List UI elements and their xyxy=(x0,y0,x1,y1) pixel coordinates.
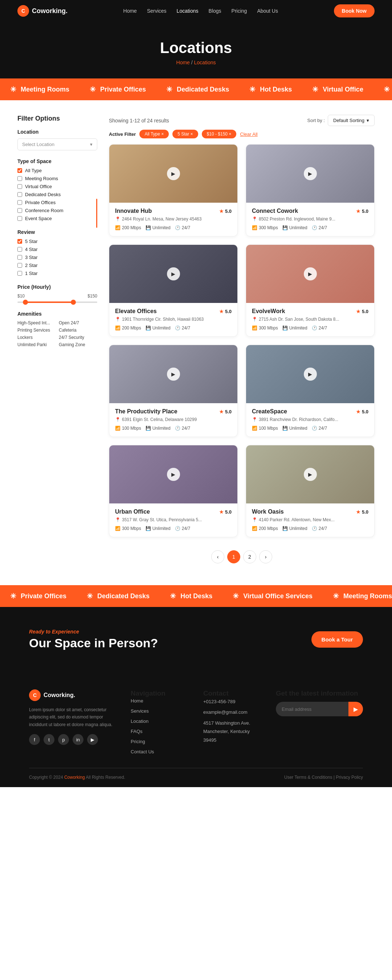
star-icon: ★ xyxy=(356,509,360,515)
footer-nav-contact[interactable]: Contact Us xyxy=(131,749,154,754)
type-dedicated[interactable]: Dedicated Desks xyxy=(17,192,97,197)
storage-icon: 💾 xyxy=(282,426,288,431)
card-rating-4: ★ 5.0 xyxy=(356,309,368,314)
nav-locations[interactable]: Locations xyxy=(177,8,198,14)
footer-email-row: ▶ xyxy=(276,702,363,716)
card-rating-3: ★ 5.0 xyxy=(219,309,232,314)
twitter-icon[interactable]: t xyxy=(44,734,54,745)
type-event[interactable]: Event Space xyxy=(17,216,97,221)
review-2star-checkbox[interactable] xyxy=(17,263,22,268)
nav-about[interactable]: About Us xyxy=(257,8,278,14)
type-conference[interactable]: Conference Room xyxy=(17,208,97,213)
footer-nav-home[interactable]: Home xyxy=(131,698,143,703)
play-button-8[interactable]: ▶ xyxy=(304,468,317,481)
breadcrumb-current[interactable]: Locations xyxy=(194,60,216,65)
play-button-4[interactable]: ▶ xyxy=(304,267,317,280)
footer-brand-name: Coworking. xyxy=(44,692,75,698)
footer-legal-links[interactable]: User Terms & Conditions | Privacy Policy xyxy=(284,775,363,780)
listing-card-8: ▶ Work Oasis ★ 5.0 📍 4140 Parker Rd. All… xyxy=(246,445,375,537)
card-features-6: 📶 100 Mbps 💾 Unlimited 🕐 24/7 xyxy=(252,426,368,431)
type-all[interactable]: All Type xyxy=(17,168,97,173)
pinterest-icon[interactable]: p xyxy=(58,734,69,745)
facebook-icon[interactable]: f xyxy=(29,734,40,745)
play-button-2[interactable]: ▶ xyxy=(304,167,317,180)
nav-pricing[interactable]: Pricing xyxy=(232,8,247,14)
feature-hours: 🕐 24/7 xyxy=(175,325,190,331)
filter-tag-price[interactable]: $10 - $150 × xyxy=(202,130,236,138)
play-button-5[interactable]: ▶ xyxy=(167,368,180,381)
review-4star-checkbox[interactable] xyxy=(17,247,22,252)
footer-nav-pricing[interactable]: Pricing xyxy=(131,739,145,744)
sidebar: Filter Options Location Select Location … xyxy=(17,115,97,571)
pagination-page-1[interactable]: 1 xyxy=(227,550,240,563)
footer-grid: C Coworking. Lorem ipsum dolor sit amet,… xyxy=(29,689,363,768)
feature-hours: 🕐 24/7 xyxy=(312,426,327,431)
play-button-7[interactable]: ▶ xyxy=(167,468,180,481)
type-private[interactable]: Private Offices xyxy=(17,200,97,205)
newsletter-email-input[interactable] xyxy=(276,702,348,716)
content-area: Showing 1-12 of 24 results Sort by : Def… xyxy=(109,115,375,571)
footer-nav-services[interactable]: Services xyxy=(131,708,149,714)
card-title-6: CreateSpace xyxy=(252,408,287,415)
newsletter-submit-button[interactable]: ▶ xyxy=(348,702,363,716)
card-rating-7: ★ 5.0 xyxy=(219,509,232,515)
youtube-icon[interactable]: ▶ xyxy=(87,734,98,745)
slider-thumb-right[interactable] xyxy=(71,300,76,305)
copyright-text: Copyright © 2024 Coworking All Rights Re… xyxy=(29,775,125,780)
pagination-prev[interactable]: ‹ xyxy=(211,550,224,563)
type-event-checkbox[interactable] xyxy=(17,216,22,221)
play-button-6[interactable]: ▶ xyxy=(304,368,317,381)
review-5star[interactable]: 5 Star xyxy=(17,239,97,244)
amenity-item: High-Speed Int... xyxy=(17,320,56,325)
nav-home[interactable]: Home xyxy=(124,8,137,14)
clear-all-button[interactable]: Clear All xyxy=(240,132,257,137)
type-label: Type of Space xyxy=(17,158,97,164)
card-title-5: The Productivity Place xyxy=(115,408,178,415)
breadcrumb-home[interactable]: Home xyxy=(176,60,190,65)
review-5star-checkbox[interactable] xyxy=(17,239,22,244)
review-4star[interactable]: 4 Star xyxy=(17,247,97,252)
card-rating-8: ★ 5.0 xyxy=(356,509,368,515)
type-conference-checkbox[interactable] xyxy=(17,208,22,213)
listing-card-1: ▶ Innovate Hub ★ 5.0 📍 2464 Royal Ln. Me… xyxy=(109,144,238,237)
logo[interactable]: C Coworking. xyxy=(17,5,68,17)
pagination-page-2[interactable]: 2 xyxy=(243,550,256,563)
type-virtual[interactable]: Virtual Office xyxy=(17,184,97,189)
type-all-checkbox[interactable] xyxy=(17,168,22,173)
nav-blogs[interactable]: Blogs xyxy=(209,8,221,14)
slider-thumb-left[interactable] xyxy=(23,300,28,305)
nav-services[interactable]: Services xyxy=(147,8,167,14)
filter-tag-type[interactable]: All Type × xyxy=(140,130,169,138)
play-button-1[interactable]: ▶ xyxy=(167,167,180,180)
type-virtual-checkbox[interactable] xyxy=(17,184,22,189)
book-now-button[interactable]: Book Now xyxy=(334,4,375,18)
ticker-item: ✳ Meeting Rooms xyxy=(323,592,392,600)
type-dedicated-checkbox[interactable] xyxy=(17,192,22,197)
pagination-next[interactable]: › xyxy=(259,550,272,563)
sort-select[interactable]: Default Sorting ▾ xyxy=(328,115,375,126)
footer-nav-faqs[interactable]: FAQs xyxy=(131,729,143,734)
clock-icon: 🕐 xyxy=(312,325,317,331)
price-max: $150 xyxy=(87,293,97,299)
star-icon: ★ xyxy=(219,208,224,214)
footer-email: example@gmail.com xyxy=(203,708,261,716)
review-3star-checkbox[interactable] xyxy=(17,255,22,260)
filter-tag-review[interactable]: 5 Star × xyxy=(172,130,198,138)
footer-nav-location[interactable]: Location xyxy=(131,719,148,724)
review-1star-checkbox[interactable] xyxy=(17,271,22,276)
type-meeting[interactable]: Meeting Rooms xyxy=(17,176,97,181)
type-private-checkbox[interactable] xyxy=(17,200,22,205)
card-address-1: 📍 2464 Royal Ln. Mesa, New Jersey 45463 xyxy=(115,216,232,221)
review-3star[interactable]: 3 Star xyxy=(17,255,97,260)
play-button-3[interactable]: ▶ xyxy=(167,267,180,280)
amenity-item: Unlimited Parki xyxy=(17,342,56,347)
ticker-item: ✳ Dedicated Desks xyxy=(156,85,239,94)
location-select[interactable]: Select Location ▾ xyxy=(17,138,97,150)
instagram-icon[interactable]: in xyxy=(73,734,84,745)
listing-card-7: ▶ Urban Office ★ 5.0 📍 3517 W. Gray St. … xyxy=(109,445,238,537)
book-tour-button[interactable]: Book a Tour xyxy=(311,631,363,648)
review-1star[interactable]: 1 Star xyxy=(17,270,97,276)
type-meeting-checkbox[interactable] xyxy=(17,176,22,181)
review-2star[interactable]: 2 Star xyxy=(17,262,97,268)
clock-icon: 🕐 xyxy=(312,426,317,431)
